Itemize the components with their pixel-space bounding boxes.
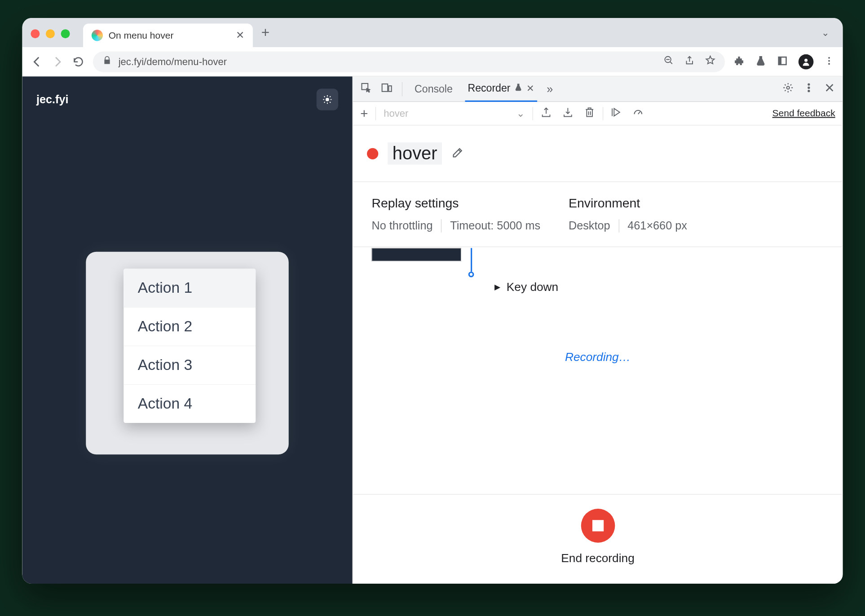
timeline-dot [468,272,474,277]
svg-point-6 [828,63,830,65]
recording-name[interactable]: hover [388,142,442,164]
svg-rect-9 [382,84,388,91]
stop-icon [592,520,603,531]
export-icon[interactable] [541,106,552,120]
env-viewport: 461×660 px [627,219,687,232]
url-text: jec.fyi/demo/menu-hover [119,56,227,67]
recording-status: Recording… [372,350,824,364]
svg-rect-2 [779,57,781,65]
reload-button[interactable] [72,55,84,67]
devtools-settings-icon[interactable] [782,82,794,96]
svg-point-12 [808,83,810,85]
timeout-value[interactable]: Timeout: 5000 ms [450,219,540,232]
zoom-out-icon[interactable] [664,55,674,68]
recording-title-row: hover [353,125,843,182]
recording-timeline: ▶ Key down Recording… [353,247,843,494]
recorder-toolbar: + hover ⌄ Send feedback [353,102,843,126]
svg-point-14 [808,90,810,92]
hover-card[interactable]: Hover me! Action 1 Action 2 Action 3 Act… [86,252,289,454]
import-icon[interactable] [562,106,574,120]
new-tab-button[interactable]: + [261,25,269,41]
theme-toggle-button[interactable] [317,89,338,110]
window-controls [31,27,70,38]
devtools-panel: Console Recorder ✕ » + hover [353,76,843,584]
maximize-window-button[interactable] [61,29,70,38]
svg-point-11 [787,86,790,89]
tabs-dropdown-button[interactable]: ⌄ [821,27,830,38]
webpage-viewport: jec.fyi Hover me! Action 1 Action 2 Acti… [22,76,353,584]
tab-title: On menu hover [109,30,174,41]
menu-item-3[interactable]: Action 3 [124,346,256,385]
svg-rect-10 [388,86,391,92]
throttling-value[interactable]: No throttling [372,219,433,232]
tab-recorder[interactable]: Recorder ✕ [465,76,537,101]
close-tab-button[interactable]: ✕ [236,29,244,41]
lock-icon [102,56,112,67]
labs-flask-icon[interactable] [755,55,766,68]
forward-button[interactable] [52,55,64,67]
tab-console[interactable]: Console [412,83,455,95]
devtools-menu-icon[interactable] [803,82,814,96]
recording-indicator-dot [367,148,378,159]
browser-window: On menu hover ✕ + ⌄ jec.fyi/demo/menu-ho… [22,18,843,584]
bookmark-star-icon[interactable] [705,55,715,68]
expand-triangle-icon[interactable]: ▶ [494,282,500,291]
menu-item-1[interactable]: Action 1 [124,269,256,308]
extensions-icon[interactable] [733,55,745,68]
inspect-element-icon[interactable] [360,82,371,96]
new-recording-button[interactable]: + [360,106,368,121]
svg-point-5 [828,60,830,62]
replay-settings-heading: Replay settings [372,196,540,211]
step-label-text: Key down [507,280,558,294]
recording-settings: Replay settings No throttling Timeout: 5… [353,182,843,247]
end-recording-panel: End recording [353,494,843,584]
timeline-connector [471,248,472,272]
browser-toolbar-icons [733,54,834,69]
recording-select[interactable]: hover ⌄ [384,108,525,119]
edit-name-icon[interactable] [451,146,463,161]
send-feedback-link[interactable]: Send feedback [772,108,835,119]
chevron-down-icon: ⌄ [516,108,525,119]
browser-menu-button[interactable] [824,55,834,67]
svg-point-4 [828,57,830,58]
end-recording-button[interactable] [581,509,615,543]
close-window-button[interactable] [31,29,40,38]
site-name: jec.fyi [36,93,68,106]
page-header: jec.fyi [22,76,353,123]
menu-item-2[interactable]: Action 2 [124,308,256,346]
profile-avatar[interactable] [799,54,814,69]
svg-point-13 [808,87,810,88]
svg-point-3 [804,58,808,62]
end-recording-label: End recording [561,551,634,565]
hover-menu: Action 1 Action 2 Action 3 Action 4 [124,269,256,423]
reading-list-icon[interactable] [777,55,788,68]
back-button[interactable] [31,55,43,67]
step-thumbnail[interactable] [372,248,462,261]
menu-item-4[interactable]: Action 4 [124,385,256,423]
svg-point-7 [326,98,329,101]
content-area: jec.fyi Hover me! Action 1 Action 2 Acti… [22,76,843,584]
favicon-icon [92,30,103,41]
replay-speed-icon[interactable] [633,106,644,120]
close-tab-recorder[interactable]: ✕ [526,83,534,94]
devtools-close-icon[interactable] [824,82,835,96]
more-tabs-button[interactable]: » [547,82,553,95]
device-toggle-icon[interactable] [381,82,393,96]
recording-select-value: hover [384,108,408,119]
tab-bar: On menu hover ✕ + ⌄ [22,18,843,47]
replay-icon[interactable] [611,106,622,120]
environment-col: Environment Desktop 461×660 px [569,196,687,233]
step-row[interactable]: ▶ Key down [494,261,824,294]
experiment-flask-icon [514,82,523,94]
replay-settings-col: Replay settings No throttling Timeout: 5… [372,196,540,233]
devtools-tab-bar: Console Recorder ✕ » [353,76,843,102]
browser-tab[interactable]: On menu hover ✕ [83,24,253,48]
environment-heading: Environment [569,196,687,211]
delete-icon[interactable] [584,106,595,120]
address-bar: jec.fyi/demo/menu-hover [22,47,843,76]
url-input[interactable]: jec.fyi/demo/menu-hover [93,51,725,72]
share-icon[interactable] [684,55,695,68]
env-device: Desktop [569,219,610,232]
minimize-window-button[interactable] [46,29,55,38]
